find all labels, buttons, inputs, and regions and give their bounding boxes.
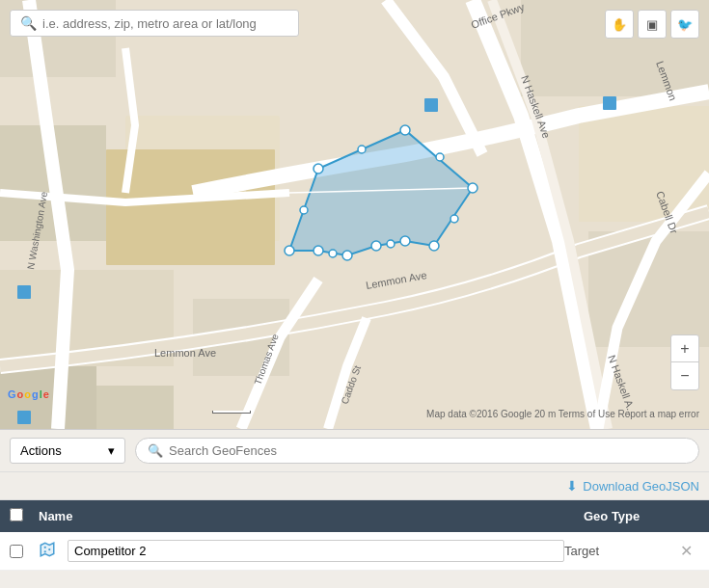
svg-point-30 (371, 241, 381, 251)
svg-point-35 (436, 153, 444, 161)
svg-point-33 (300, 206, 308, 214)
svg-rect-10 (96, 386, 174, 429)
table-row: Target ✕ (0, 532, 709, 571)
delete-row-button[interactable]: ✕ (680, 542, 699, 560)
row-name-input-container (68, 540, 564, 562)
toolbar-row: Actions ▾ 🔍 (0, 430, 709, 472)
svg-point-26 (400, 125, 410, 135)
map-search-input[interactable] (42, 16, 288, 31)
geofence-search-icon: 🔍 (148, 443, 163, 458)
svg-text:Lemmon Ave: Lemmon Ave (154, 347, 216, 359)
svg-point-44 (48, 548, 50, 549)
svg-point-25 (314, 164, 323, 174)
row-name-input[interactable] (68, 540, 564, 562)
svg-point-43 (44, 546, 46, 548)
square-tool-button[interactable]: ▣ (638, 10, 667, 39)
square-icon: ▣ (646, 17, 658, 32)
svg-point-24 (285, 246, 294, 255)
svg-rect-39 (17, 285, 31, 299)
table-header-check[interactable] (10, 508, 39, 524)
svg-point-36 (450, 215, 458, 223)
svg-point-37 (387, 240, 395, 248)
geofence-search-bar[interactable]: 🔍 (135, 438, 699, 464)
download-geojson-link[interactable]: ⬇ Download GeoJSON (566, 478, 699, 494)
download-row: ⬇ Download GeoJSON (0, 472, 709, 500)
svg-rect-42 (17, 411, 31, 424)
download-icon: ⬇ (566, 478, 578, 494)
svg-point-29 (400, 236, 410, 246)
select-all-checkbox[interactable] (10, 508, 23, 521)
svg-point-28 (429, 241, 439, 251)
zoom-in-button[interactable]: + (671, 335, 698, 362)
row-checkbox[interactable] (10, 545, 23, 558)
actions-dropdown[interactable]: Actions ▾ (10, 438, 125, 464)
table-header: Name Geo Type (0, 500, 709, 532)
svg-point-38 (329, 250, 337, 257)
svg-point-31 (342, 251, 352, 260)
hand-icon: ✋ (612, 17, 627, 32)
svg-rect-41 (603, 96, 616, 110)
svg-rect-40 (424, 98, 438, 112)
svg-point-27 (468, 183, 477, 193)
table-col-name-header: Name (39, 509, 584, 523)
row-checkbox-container (10, 545, 39, 558)
svg-point-45 (44, 550, 46, 552)
map-svg: Office Pkwy N Haskell Ave Lemmon Cabell … (0, 0, 709, 429)
bird-icon: 🐦 (677, 17, 693, 32)
search-icon: 🔍 (20, 15, 37, 31)
hand-tool-button[interactable]: ✋ (605, 10, 634, 39)
zoom-controls: + − (670, 334, 699, 390)
actions-label: Actions (20, 443, 62, 458)
map-toolbar: ✋ ▣ 🐦 (605, 10, 699, 39)
map-search-bar[interactable]: 🔍 (10, 10, 299, 37)
svg-point-34 (358, 146, 366, 153)
table-col-geotype-header: Geo Type (584, 509, 699, 523)
map-container[interactable]: Office Pkwy N Haskell Ave Lemmon Cabell … (0, 0, 709, 429)
scale-bar (212, 411, 251, 414)
svg-point-32 (314, 246, 323, 255)
google-logo: G o o g l e (8, 388, 49, 400)
map-attribution: Map data ©2016 Google 20 m Terms of Use … (426, 409, 699, 419)
twitter-icon-button[interactable]: 🐦 (670, 10, 699, 39)
bottom-panel: Actions ▾ 🔍 ⬇ Download GeoJSON Name Geo … (0, 429, 709, 571)
geofence-search-input[interactable] (169, 443, 687, 458)
row-geo-icon-container (39, 541, 68, 562)
geofence-icon (39, 541, 56, 562)
download-label: Download GeoJSON (583, 479, 699, 494)
row-geo-type: Target (564, 544, 680, 558)
chevron-down-icon: ▾ (108, 443, 115, 458)
zoom-out-button[interactable]: − (671, 362, 698, 389)
